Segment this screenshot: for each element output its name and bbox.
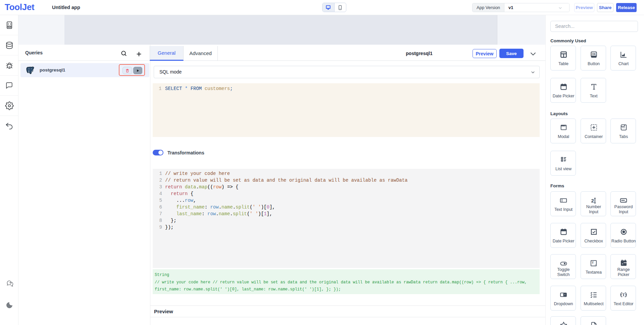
svg-text:2: 2 bbox=[591, 198, 594, 203]
svg-text:T: T bbox=[592, 261, 594, 264]
svg-text:OK: OK bbox=[592, 52, 596, 56]
svg-text:T: T bbox=[622, 292, 625, 297]
